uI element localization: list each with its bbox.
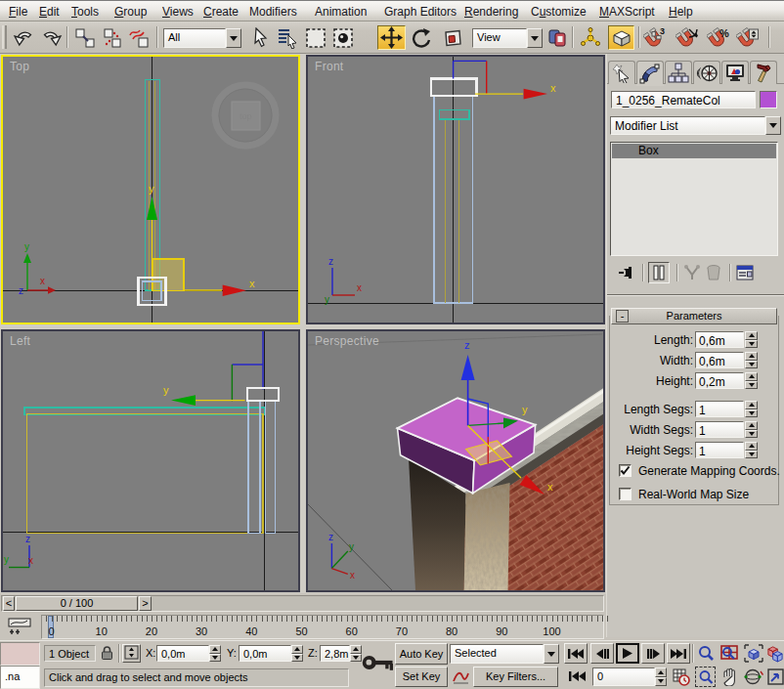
spinner-up-button[interactable] <box>350 645 362 654</box>
time-configuration-button[interactable] <box>671 667 691 687</box>
modifier-stack-item-box[interactable]: Box <box>612 144 776 158</box>
spinner-snap-toggle-button[interactable] <box>735 25 761 50</box>
spinner-up-button[interactable] <box>291 645 303 654</box>
spinner-down-button[interactable] <box>745 430 758 439</box>
spinner-down-button[interactable] <box>745 409 758 418</box>
bind-to-space-warp-button[interactable] <box>126 25 152 50</box>
unlink-selection-button[interactable] <box>100 25 125 50</box>
tab-display[interactable] <box>721 61 749 84</box>
viewport-front[interactable]: x z x y Front <box>306 55 605 324</box>
current-frame-spinner[interactable] <box>655 667 667 686</box>
spinner-down-button[interactable] <box>745 340 758 349</box>
go-to-end-button[interactable] <box>667 643 690 664</box>
select-and-scale-button[interactable] <box>440 25 465 50</box>
z-coordinate-spinner[interactable] <box>350 645 362 662</box>
length-spinner[interactable] <box>745 331 758 348</box>
length-field[interactable]: 0,6m <box>695 331 744 348</box>
modifier-stack-list[interactable]: Box <box>610 142 778 256</box>
viewport-perspective-label[interactable]: Perspective <box>315 334 379 348</box>
select-object-button[interactable] <box>247 25 273 50</box>
viewcube-face-label[interactable]: top <box>240 111 252 121</box>
tab-motion[interactable] <box>693 61 720 84</box>
height-segs-spinner[interactable] <box>745 442 758 458</box>
spinner-up-button[interactable] <box>745 331 758 340</box>
spinner-up-button[interactable] <box>745 442 758 451</box>
use-pivot-point-center-button[interactable] <box>544 25 570 50</box>
maxscript-mini-listener[interactable]: .na <box>0 666 40 689</box>
window-crossing-toggle-button[interactable] <box>330 25 356 50</box>
spinner-up-button[interactable] <box>745 401 758 409</box>
time-slider-next-button[interactable]: > <box>139 596 152 611</box>
remove-modifier-button[interactable] <box>704 263 723 282</box>
time-slider-handle[interactable]: 0 / 100 <box>16 596 138 611</box>
set-key-button[interactable]: Set Key <box>395 667 448 687</box>
generate-mapping-coords-checkbox[interactable] <box>619 464 632 477</box>
menu-group[interactable]: Group <box>114 5 147 20</box>
menu-create[interactable]: Create <box>203 5 239 20</box>
default-in-out-tangents-button[interactable] <box>451 667 470 686</box>
menu-views[interactable]: Views <box>162 5 194 20</box>
set-keys-button[interactable] <box>362 651 393 676</box>
pan-view-button[interactable] <box>719 667 740 687</box>
current-frame-field[interactable]: 0 <box>592 667 655 686</box>
menu-edit[interactable]: Edit <box>39 5 60 20</box>
menu-help[interactable]: Help <box>669 5 693 20</box>
spinner-up-button[interactable] <box>209 645 221 654</box>
viewport-perspective[interactable]: z y x z y x Perspective <box>306 329 605 592</box>
tab-hierarchy[interactable] <box>665 61 692 84</box>
spinner-down-button[interactable] <box>350 654 362 663</box>
show-end-result-button[interactable] <box>648 262 670 283</box>
redo-button[interactable] <box>38 25 64 50</box>
viewport-left[interactable]: y z y x Left <box>1 329 300 592</box>
height-segs-field[interactable]: 1 <box>695 442 744 458</box>
viewport-left-label[interactable]: Left <box>10 334 30 348</box>
spinner-down-button[interactable] <box>209 654 221 663</box>
play-button[interactable] <box>616 643 639 664</box>
x-coordinate-spinner[interactable] <box>209 645 221 662</box>
viewport-top[interactable]: top y x <box>1 55 300 324</box>
reference-coordinate-system-dropdown-button[interactable] <box>527 28 543 48</box>
selection-filter-dropdown[interactable]: All <box>163 28 241 48</box>
min-max-toggle-button[interactable] <box>766 667 784 687</box>
menu-maxscript[interactable]: MAXScript <box>599 5 655 20</box>
time-mode-dropdown[interactable]: Selected <box>450 644 559 664</box>
next-frame-button[interactable] <box>641 643 665 664</box>
go-to-start-button[interactable] <box>564 643 588 664</box>
percent-snap-toggle-button[interactable]: % <box>706 25 731 50</box>
height-spinner[interactable] <box>745 372 758 389</box>
spinner-up-button[interactable] <box>655 667 667 677</box>
pin-stack-button[interactable] <box>617 263 636 282</box>
zoom-extents-button[interactable] <box>743 643 764 664</box>
y-coordinate-spinner[interactable] <box>291 645 303 662</box>
undo-button[interactable] <box>11 25 36 50</box>
menu-rendering[interactable]: Rendering <box>464 5 518 20</box>
menu-file[interactable]: File <box>9 5 27 20</box>
select-and-manipulate-button[interactable] <box>578 25 603 50</box>
rectangular-selection-region-button[interactable] <box>303 25 328 50</box>
length-segs-field[interactable]: 1 <box>695 401 744 417</box>
maxscript-macro-recorder-pane[interactable] <box>0 642 40 666</box>
height-field[interactable]: 0,2m <box>695 372 744 389</box>
angle-snap-toggle-button[interactable] <box>675 25 700 50</box>
width-spinner[interactable] <box>745 352 758 368</box>
spinner-up-button[interactable] <box>745 352 758 361</box>
make-unique-button[interactable] <box>682 263 702 282</box>
object-color-swatch[interactable] <box>760 91 777 108</box>
spinner-down-button[interactable] <box>745 451 758 459</box>
length-segs-spinner[interactable] <box>745 401 758 417</box>
z-coordinate-field[interactable]: 2,8m <box>320 645 350 662</box>
spinner-up-button[interactable] <box>745 421 758 430</box>
zoom-extents-all-button[interactable] <box>766 643 784 664</box>
menu-tools[interactable]: Tools <box>71 5 99 20</box>
selection-lock-toggle[interactable] <box>99 645 115 662</box>
menu-modifiers[interactable]: Modifiers <box>249 5 297 20</box>
track-bar-ruler[interactable]: 0102030405060708090100 <box>41 615 604 639</box>
key-mode-toggle-button[interactable] <box>565 667 588 685</box>
zoom-button[interactable] <box>695 643 716 664</box>
open-mini-curve-editor-button[interactable] <box>5 617 36 637</box>
menu-animation[interactable]: Animation <box>315 5 367 20</box>
viewport-top-label[interactable]: Top <box>10 60 29 73</box>
object-name-field[interactable]: 1_0256_RemateCol <box>611 91 756 108</box>
reference-coordinate-system-dropdown[interactable]: View <box>472 28 543 48</box>
auto-key-button[interactable]: Auto Key <box>395 643 448 665</box>
